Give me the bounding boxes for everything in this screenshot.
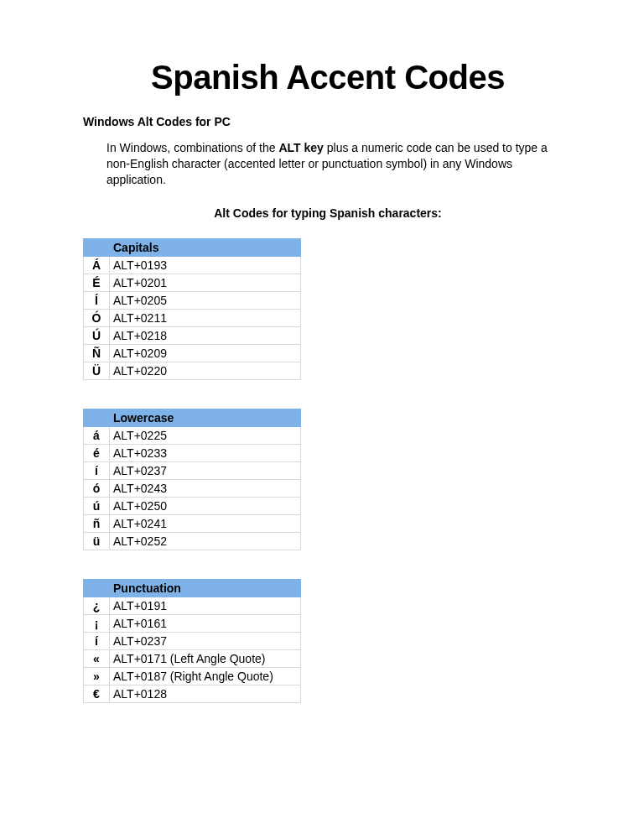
char-cell: ü [84, 532, 110, 550]
code-cell: ALT+0250 [110, 497, 301, 514]
code-cell: ALT+0243 [110, 479, 301, 497]
table-row: ÜALT+0220 [84, 362, 301, 379]
document-page: Spanish Accent Codes Windows Alt Codes f… [0, 0, 644, 765]
intro-paragraph: In Windows, combinations of the ALT key … [83, 140, 573, 188]
code-cell: ALT+0205 [110, 291, 301, 309]
char-cell: € [84, 685, 110, 702]
table-row: áALT+0225 [84, 426, 301, 444]
table-header-punctuation: Punctuation [110, 579, 301, 597]
intro-bold-text: ALT key [278, 141, 323, 154]
table-row: íALT+0237 [84, 632, 301, 649]
char-cell: Ó [84, 309, 110, 326]
table-row: ÚALT+0218 [84, 326, 301, 344]
code-cell: ALT+0237 [110, 632, 301, 649]
char-cell: Ü [84, 362, 110, 379]
table-header-empty [84, 409, 110, 426]
char-cell: Í [84, 291, 110, 309]
page-title: Spanish Accent Codes [83, 59, 573, 96]
table-row: «ALT+0171 (Left Angle Quote) [84, 649, 301, 667]
table-header-lowercase: Lowercase [110, 409, 301, 426]
code-cell: ALT+0209 [110, 344, 301, 362]
code-cell: ALT+0237 [110, 461, 301, 479]
char-cell: « [84, 649, 110, 667]
table-header-empty [84, 579, 110, 597]
code-cell: ALT+0233 [110, 444, 301, 461]
code-cell: ALT+0252 [110, 532, 301, 550]
table-subheading: Alt Codes for typing Spanish characters: [83, 206, 573, 220]
table-row: »ALT+0187 (Right Angle Quote) [84, 667, 301, 685]
code-cell: ALT+0241 [110, 514, 301, 532]
table-row: óALT+0243 [84, 479, 301, 497]
table-row: ¡ALT+0161 [84, 614, 301, 632]
code-cell: ALT+0211 [110, 309, 301, 326]
table-row: éALT+0233 [84, 444, 301, 461]
char-cell: » [84, 667, 110, 685]
table-row: ÍALT+0205 [84, 291, 301, 309]
section-heading: Windows Alt Codes for PC [83, 115, 573, 128]
lowercase-table: Lowercase áALT+0225éALT+0233íALT+0237óAL… [83, 409, 301, 550]
table-row: ÉALT+0201 [84, 274, 301, 291]
code-cell: ALT+0220 [110, 362, 301, 379]
punctuation-table: Punctuation ¿ALT+0191¡ALT+0161íALT+0237«… [83, 579, 301, 703]
char-cell: Ñ [84, 344, 110, 362]
char-cell: ó [84, 479, 110, 497]
code-cell: ALT+0193 [110, 256, 301, 274]
code-cell: ALT+0187 (Right Angle Quote) [110, 667, 301, 685]
capitals-table-wrap: Capitals ÁALT+0193ÉALT+0201ÍALT+0205ÓALT… [83, 238, 573, 380]
code-cell: ALT+0191 [110, 597, 301, 614]
char-cell: ¡ [84, 614, 110, 632]
table-row: üALT+0252 [84, 532, 301, 550]
code-cell: ALT+0128 [110, 685, 301, 702]
char-cell: á [84, 426, 110, 444]
char-cell: ú [84, 497, 110, 514]
table-header-capitals: Capitals [110, 238, 301, 256]
punctuation-table-wrap: Punctuation ¿ALT+0191¡ALT+0161íALT+0237«… [83, 579, 573, 703]
char-cell: í [84, 632, 110, 649]
code-cell: ALT+0225 [110, 426, 301, 444]
table-row: íALT+0237 [84, 461, 301, 479]
table-row: ÓALT+0211 [84, 309, 301, 326]
char-cell: ¿ [84, 597, 110, 614]
code-cell: ALT+0171 (Left Angle Quote) [110, 649, 301, 667]
table-row: úALT+0250 [84, 497, 301, 514]
table-row: ÑALT+0209 [84, 344, 301, 362]
char-cell: é [84, 444, 110, 461]
table-header-empty [84, 238, 110, 256]
table-row: ¿ALT+0191 [84, 597, 301, 614]
intro-text-prefix: In Windows, combinations of the [106, 141, 278, 154]
code-cell: ALT+0161 [110, 614, 301, 632]
table-row: ñALT+0241 [84, 514, 301, 532]
char-cell: í [84, 461, 110, 479]
table-row: €ALT+0128 [84, 685, 301, 702]
table-row: ÁALT+0193 [84, 256, 301, 274]
char-cell: ñ [84, 514, 110, 532]
capitals-table: Capitals ÁALT+0193ÉALT+0201ÍALT+0205ÓALT… [83, 238, 301, 380]
lowercase-table-wrap: Lowercase áALT+0225éALT+0233íALT+0237óAL… [83, 409, 573, 550]
char-cell: É [84, 274, 110, 291]
char-cell: Á [84, 256, 110, 274]
code-cell: ALT+0218 [110, 326, 301, 344]
char-cell: Ú [84, 326, 110, 344]
code-cell: ALT+0201 [110, 274, 301, 291]
